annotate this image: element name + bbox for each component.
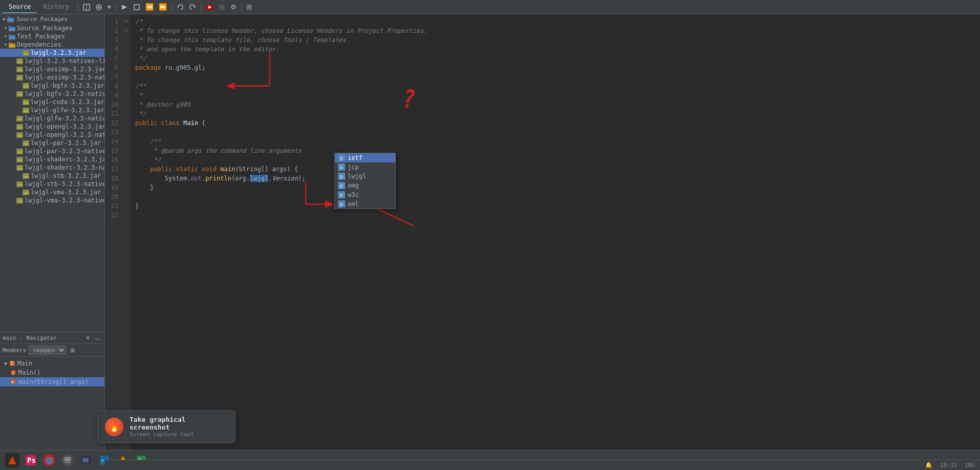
autocomplete-item[interactable]: pjcp — [335, 162, 395, 172]
sidebar-jar-item[interactable]: lwjgl-glfw-3.2.3.jar — [0, 106, 104, 114]
sidebar-jar-item[interactable]: lwjgl-cuda-3.2.3.jar — [0, 98, 104, 106]
line-number: 10 — [108, 100, 118, 109]
sidebar-item-test-packages[interactable]: ▼ Test Packages — [0, 32, 104, 40]
code-line: /** — [135, 81, 975, 91]
taskbar-icon-5[interactable]: NB — [79, 453, 93, 467]
tab-history[interactable]: History — [37, 1, 75, 13]
source-packages-header: ▼ Source Packages — [0, 14, 104, 24]
taskbar-icon-2[interactable]: Ps — [24, 453, 38, 467]
fold-indicator[interactable]: ⊟ — [123, 26, 130, 35]
sidebar-jar-item[interactable]: lwjgl-opengl-3.2.3-natives-lin... — [0, 131, 104, 139]
sidebar-item-dependencies[interactable]: ▼ Dependencies — [0, 40, 104, 49]
taskbar-icon-1[interactable] — [5, 453, 19, 467]
ac-item-label: jcp — [348, 164, 359, 171]
autocomplete-item[interactable]: pw3c — [335, 190, 395, 199]
line-number: 2 — [108, 26, 118, 35]
toolbar-btn-2[interactable] — [93, 3, 104, 12]
toolbar-btn-1[interactable] — [81, 3, 92, 12]
nav-item-main-method[interactable]: m main(String[] args) — [0, 377, 104, 386]
sidebar-item-source-packages[interactable]: ▼ Source Packages — [0, 24, 104, 32]
toolbar-btn-6[interactable]: ⏩ — [157, 2, 169, 12]
navigator-close-btn[interactable]: ✕ — [84, 334, 92, 342]
line-number: 1 — [108, 17, 118, 26]
members-label: Members — [3, 347, 26, 354]
members-dropdown[interactable]: <empty> — [29, 345, 66, 355]
autocomplete-item[interactable]: pietf — [335, 153, 395, 162]
sidebar-jar-item[interactable]: lwjgl-shaderc-3.2.3-natives-li... — [0, 164, 104, 172]
jar-list: lwjgl-3.2.3.jar lwjgl-3.2.3-natives-linu… — [0, 49, 104, 205]
svg-text:⚡: ⚡ — [101, 457, 104, 464]
svg-rect-17 — [9, 34, 12, 36]
toolbar-btn-dropdown[interactable]: ▾ — [105, 2, 113, 12]
sidebar-jar-item[interactable]: lwjgl-assimp-3.2.3-natives-lin... — [0, 73, 104, 81]
autocomplete-dropdown[interactable]: pietfpjcpplwjglpomgpw3cpxml — [334, 153, 396, 209]
svg-rect-19 — [9, 43, 12, 45]
nav-item-main-class[interactable]: ▼ C Main — [0, 359, 104, 368]
autocomplete-item[interactable]: pomg — [335, 181, 395, 190]
sidebar-jar-item[interactable]: lwjgl-stb-3.2.3-natives-linux.j... — [0, 180, 104, 188]
code-line — [135, 72, 975, 81]
toolbar-btn-redo[interactable] — [187, 3, 198, 12]
fold-indicator[interactable]: ⊟ — [123, 17, 130, 26]
sidebar-jar-item[interactable]: lwjgl-vma-3.2.3-natives-linux... — [0, 196, 104, 205]
notif-title: Take graphical screenshot — [130, 416, 228, 431]
tab-source[interactable]: Source — [3, 1, 37, 13]
sidebar-jar-item[interactable]: lwjgl-bgfx-3.2.3.jar — [0, 81, 104, 90]
toolbar-btn-extra[interactable]: ⊞ — [244, 2, 254, 12]
notification-popup[interactable]: 🔥 Take graphical screenshot Screen captu… — [97, 410, 236, 443]
svg-rect-66 — [24, 174, 28, 178]
code-line — [135, 211, 975, 220]
sidebar-jar-item[interactable]: lwjgl-shaderc-3.2.3.jar — [0, 155, 104, 164]
jar-label: lwjgl-stb-3.2.3.jar — [31, 172, 101, 179]
navigator-panel: main - Navigator ✕ — Members <empty> ⊞ — [0, 332, 104, 450]
sidebar-jar-item[interactable]: lwjgl-par-3.2.3.jar — [0, 139, 104, 147]
navigator-min-btn[interactable]: — — [93, 334, 102, 342]
sidebar-jar-item[interactable]: lwjgl-3.2.3.jar — [0, 49, 104, 57]
taskbar-icon-4[interactable] — [60, 453, 75, 467]
toolbar-btn-undo[interactable] — [175, 3, 186, 12]
nav-item-label: main(String[] args) — [18, 378, 89, 385]
toolbar-debug-stop[interactable] — [216, 3, 227, 12]
code-editor[interactable]: 12345678910111213141516171819202122 ⊟⊟ /… — [105, 14, 980, 450]
code-content[interactable]: /* * To change this license header, choo… — [130, 14, 980, 450]
ac-item-label: xml — [348, 200, 359, 208]
toolbar-btn-3[interactable] — [119, 3, 130, 12]
line-number: 12 — [108, 118, 118, 128]
line-number: 15 — [108, 146, 118, 155]
notif-icon: 🔥 — [105, 418, 123, 436]
nav-item-constructor[interactable]: c Main() — [0, 368, 104, 377]
code-line: */ — [135, 54, 975, 63]
sidebar-jar-item[interactable]: lwjgl-bgfx-3.2.3-natives-linux... — [0, 90, 104, 98]
line-number: 6 — [108, 63, 118, 72]
jar-label: lwjgl-par-3.2.3-natives-linux.j... — [25, 148, 104, 155]
svg-rect-30 — [17, 76, 22, 79]
toolbar-debug-run[interactable] — [204, 3, 215, 12]
toolbar-debug-step[interactable]: ⚙ — [228, 2, 239, 12]
autocomplete-item[interactable]: pxml — [335, 199, 395, 209]
notif-text-area: Take graphical screenshot Screen capture… — [130, 416, 228, 438]
taskbar-icon-3[interactable]: 🌐 — [42, 453, 56, 467]
line-number: 21 — [108, 201, 118, 211]
line-number: 5 — [108, 54, 118, 63]
members-row: Members <empty> ⊞ — [0, 344, 104, 357]
sidebar-jar-item[interactable]: lwjgl-glfw-3.2.3-natives-linux... — [0, 114, 104, 122]
autocomplete-item[interactable]: plwjgl — [335, 172, 395, 181]
toolbar-btn-4[interactable] — [131, 3, 142, 12]
sidebar-jar-item[interactable]: lwjgl-assimp-3.2.3.jar — [0, 65, 104, 73]
toolbar-btn-5[interactable]: ⏪ — [143, 2, 156, 12]
sidebar-jar-item[interactable]: lwjgl-par-3.2.3-natives-linux.j... — [0, 147, 104, 155]
svg-rect-21 — [24, 51, 28, 55]
jar-label: lwjgl-vma-3.2.3-natives-linux... — [25, 197, 104, 204]
code-line: public class Main { — [135, 118, 975, 128]
svg-rect-6 — [134, 5, 139, 10]
navigator-sync-btn[interactable]: ⊞ — [69, 346, 76, 354]
sidebar-jar-item[interactable]: lwjgl-opengl-3.2.3.jar — [0, 122, 104, 131]
sidebar-jar-item[interactable]: lwjgl-3.2.3-natives-linux.jar — [0, 57, 104, 65]
ac-item-label: ietf — [348, 154, 363, 161]
sidebar-jar-item[interactable]: lwjgl-vma-3.2.3.jar — [0, 188, 104, 196]
ac-item-label: omg — [348, 182, 359, 189]
svg-rect-42 — [24, 109, 28, 112]
jar-label: lwjgl-assimp-3.2.3-natives-lin... — [25, 74, 104, 81]
sidebar-tree[interactable]: ▼ Source Packages ▼ Test Packages ▼ Depe… — [0, 24, 104, 332]
sidebar-jar-item[interactable]: lwjgl-stb-3.2.3.jar — [0, 172, 104, 180]
